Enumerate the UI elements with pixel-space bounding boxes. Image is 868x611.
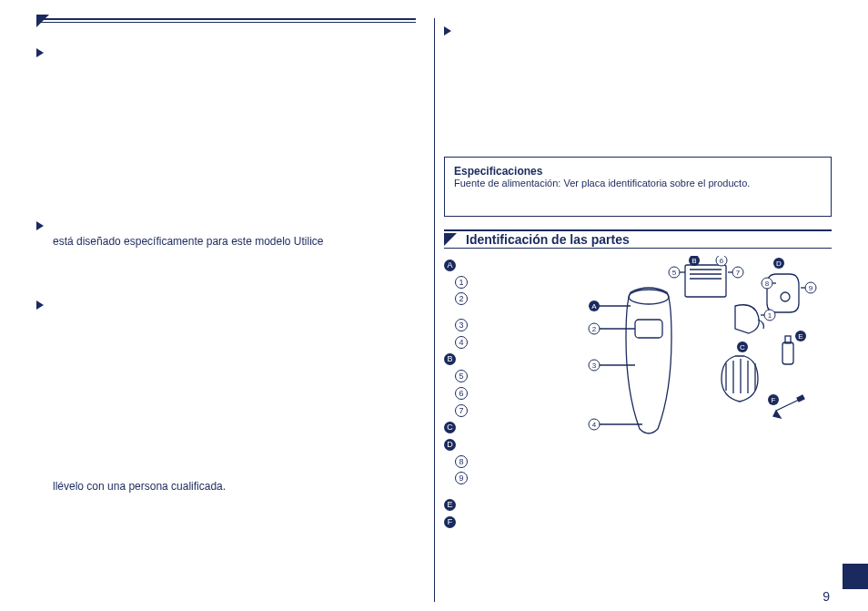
svg-point-0 [629,290,669,304]
left-text-1: está diseñado específicamente para este … [53,233,416,250]
left-text-2: llévelo con una persona cualificada. [53,478,416,495]
ring-9: 9 [455,472,468,484]
svg-text:B: B [691,257,696,265]
left-sec-2: está diseñado específicamente para este … [36,217,416,250]
left-sec-1 [36,44,416,189]
badge-B: B [444,353,456,365]
page-number: 9 [823,589,830,604]
ring-6: 6 [455,387,468,400]
svg-text:6: 6 [720,257,724,265]
svg-rect-4 [782,342,793,364]
badge-F: F [444,516,456,528]
ring-7: 7 [455,404,468,417]
top-rule [36,18,416,22]
svg-text:7: 7 [736,269,741,277]
svg-text:3: 3 [592,362,597,370]
svg-text:F: F [772,396,776,404]
triangle-icon [36,300,44,310]
section-title: Identificación de las partes [466,232,630,247]
svg-point-3 [781,292,790,301]
svg-text:E: E [798,332,802,341]
corner-icon [444,233,457,246]
side-tab [843,564,868,589]
parts-list: A 1 2 3 4 B 5 6 7 C D 8 9 E F [444,256,544,529]
svg-text:5: 5 [672,269,677,277]
parts-diagram: A B C D E F 2 3 4 5 6 7 1 8 [544,256,832,447]
ring-1: 1 [455,276,468,289]
spec-box: Especificaciones Fuente de alimentación:… [444,157,832,217]
ring-4: 4 [455,336,468,349]
svg-rect-1 [635,320,662,338]
svg-text:8: 8 [765,280,770,288]
section-header: Identificación de las partes [444,229,832,249]
ring-2: 2 [455,292,468,305]
triangle-icon [36,48,44,57]
svg-text:2: 2 [592,325,597,333]
right-sec-1 [444,22,832,38]
svg-text:4: 4 [592,421,597,429]
ring-8: 8 [455,455,468,468]
spec-text: Fuente de alimentación: Ver placa identi… [454,178,822,188]
badge-A: A [444,260,456,271]
svg-text:1: 1 [768,311,772,320]
svg-text:9: 9 [809,284,813,292]
svg-text:D: D [776,260,782,268]
left-sec-3 [36,296,416,451]
spec-title: Especificaciones [454,165,822,178]
triangle-icon [444,26,451,36]
badge-C: C [444,422,456,433]
badge-E: E [444,499,456,511]
svg-text:A: A [591,302,597,311]
badge-D: D [444,439,456,451]
ring-3: 3 [455,319,468,331]
left-column: está diseñado específicamente para este … [36,18,434,602]
ring-5: 5 [455,370,468,382]
right-column: Especificaciones Fuente de alimentación:… [434,18,832,602]
triangle-icon [36,221,44,230]
svg-text:C: C [740,343,745,351]
